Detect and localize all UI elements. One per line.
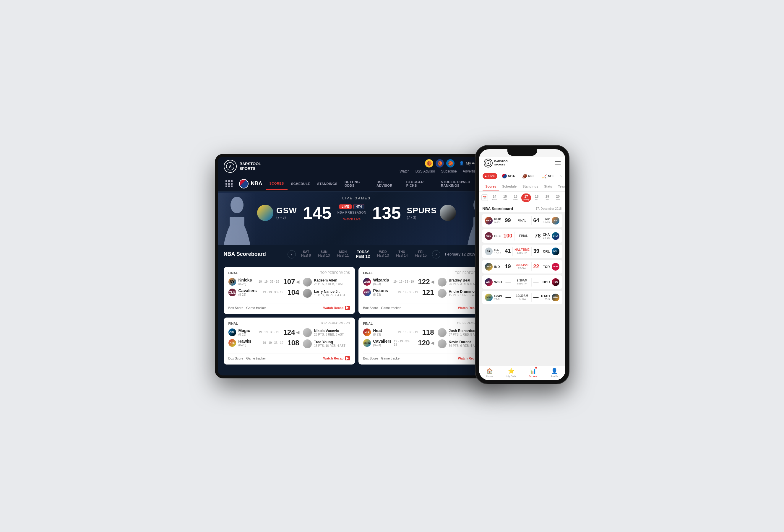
sport-tab-nfl[interactable]: 🏈 NFL	[520, 173, 537, 180]
date-pill-19[interactable]: 19 Sat	[542, 194, 552, 202]
date-pill-14[interactable]: 14 Mon	[490, 194, 500, 202]
subtab-standings[interactable]: Standings	[520, 182, 541, 191]
phone-nav-scores[interactable]: 📊 Scores	[522, 368, 544, 378]
date-pill-15[interactable]: 15 Tue	[500, 194, 510, 202]
team1-stats-2: 19 · 19 · 33 · 19	[258, 330, 279, 334]
player-left-silhouette	[218, 193, 256, 245]
nav-subscribe[interactable]: Subscribe	[441, 169, 456, 173]
phone-calendar-icon[interactable]: 📅	[481, 195, 488, 201]
box-score-link-3[interactable]: Box Score	[363, 357, 378, 360]
ps-status-5: 10:30AM FS-SW	[515, 294, 530, 300]
performer1-avatar-2	[303, 328, 312, 337]
phone-score-row-2[interactable]: SA SA 13-15 41 HALFTIME NBA TV 39 ORL	[482, 244, 562, 258]
cha-team-logo: CHA	[552, 232, 559, 240]
score-card-0: FINAL TOP PERFORMERS NY Knicks (8-23)	[224, 267, 355, 314]
box-score-link-1[interactable]: Box Score	[363, 306, 378, 309]
ps-team2-abbr-0: NY	[541, 217, 550, 221]
nav-bss-advisor[interactable]: BSS Advisor	[416, 169, 435, 173]
phone-score-row-3[interactable]: IND IND 19 2ND 4:20 FS-SW 22 TOR T	[482, 260, 562, 273]
nba-ball-icon	[239, 179, 249, 188]
phone-notch	[507, 149, 537, 156]
ps-score2-4: —	[533, 279, 539, 285]
box-score-link-2[interactable]: Box Score	[228, 357, 244, 360]
sport-tab-live[interactable]: ● LIVE	[482, 173, 497, 179]
phone-nav-profile[interactable]: 👤 Profile	[544, 368, 565, 378]
nav-watch[interactable]: Watch	[399, 169, 410, 173]
team2-stats-0: 19 · 19 · 33 · 19	[263, 291, 283, 294]
ps-team2-rec-0: 14-15	[541, 221, 550, 224]
live-badge: LIVE	[339, 204, 352, 209]
home-abbr: GSW	[276, 206, 297, 215]
team1-score-3: 118	[422, 328, 434, 336]
nav-scores[interactable]: SCORES	[266, 178, 287, 190]
svg-text:A: A	[487, 162, 489, 165]
ps-score1-1: 100	[503, 233, 512, 239]
game-tracker-link-2[interactable]: Game tracker	[246, 357, 266, 360]
card-2-status: FINAL	[228, 322, 238, 325]
ny-team-logo: NY	[552, 217, 559, 225]
date-tab-wed[interactable]: WED FEB 13	[374, 249, 392, 260]
date-tab-thu[interactable]: THU FEB 14	[393, 249, 411, 260]
phone-score-row-4[interactable]: WSH WSH — 9:30AM NBA TV — HOU HOU	[482, 275, 562, 289]
date-tab-sat[interactable]: SAT FEB 9	[298, 249, 314, 260]
watch-live-link[interactable]: Watch Live	[343, 217, 361, 221]
phone-board-date: 17, December 2018	[536, 207, 562, 210]
orl-team-logo: ORL	[552, 247, 559, 255]
nav-schedule[interactable]: SCHEDULE	[287, 178, 314, 190]
nav-betting-odds[interactable]: BETTING ODDS	[341, 176, 373, 191]
date-tab-today[interactable]: TODAY FEB 12	[353, 249, 373, 260]
team2-name-3: Cavaliers	[373, 339, 392, 344]
subtab-scores[interactable]: Scores	[482, 182, 499, 191]
date-pill-16[interactable]: 16 Wed	[511, 194, 521, 202]
watch-recap-2[interactable]: Watch Recap	[323, 356, 350, 360]
date-tab-mon[interactable]: MON FEB 11	[334, 249, 352, 260]
phone-score-row-5[interactable]: GSW GSW 21-9 — 10:30AM FS-SW — UTAH	[482, 291, 562, 304]
subtab-stats[interactable]: Stats	[541, 182, 555, 191]
scores-badge-dot	[535, 366, 537, 369]
date-tab-sun[interactable]: SUN FEB 10	[315, 249, 333, 260]
ps-score1-2: 41	[505, 248, 511, 254]
date-pill-17-today[interactable]: 17 Today	[521, 194, 531, 202]
team2-score-0: 104	[287, 288, 299, 297]
sport-tab-nhl[interactable]: 🏒 NHL	[539, 173, 557, 180]
hou-team-logo: HOU	[552, 278, 559, 286]
hero-game: GSW (7 - 3) 145 LIVE 4TH NBA PRESEASON W…	[227, 203, 487, 223]
game-tracker-link-0[interactable]: Game tracker	[246, 306, 266, 309]
svg-rect-3	[230, 217, 244, 235]
phone-score-row-1[interactable]: CLE CLE 100 FINAL 78 CHA 14-15 CHA	[482, 229, 562, 243]
phone-menu-icon[interactable]	[555, 161, 561, 165]
performer1-name-1: Bradley Beal	[449, 278, 479, 283]
ps-divider-1	[514, 232, 514, 240]
date-pill-20[interactable]: 20 Sun	[553, 194, 563, 202]
hawks-logo: ATL	[228, 339, 236, 347]
ps-divider-3	[513, 262, 513, 271]
team1-rec-2: (8-23)	[239, 333, 256, 336]
date-tabs: SAT FEB 9 SUN FEB 10 MON FEB 11 TODAY	[298, 249, 430, 260]
ps-divider-5b	[531, 293, 532, 302]
phone-score-row-0[interactable]: PHX PHX 9-23 99 FINAL 64 NY 14-15	[482, 214, 562, 228]
game-tracker-link-1[interactable]: Game tracker	[381, 306, 401, 309]
team-icon-1: 🏀	[425, 159, 433, 168]
nav-bss-advisor[interactable]: BSS ADVISOR	[373, 176, 402, 191]
subtab-teams[interactable]: Teams	[555, 182, 565, 191]
nav-standings[interactable]: STANDINGS	[313, 178, 341, 190]
nav-blogger-picks[interactable]: BLOGGER PICKS	[403, 176, 437, 191]
ps-score1-0: 99	[505, 217, 511, 224]
phone-nav-bets[interactable]: ⭐ My Bets	[501, 368, 522, 378]
date-tab-fri[interactable]: FRI FEB 15	[412, 249, 430, 260]
date-pill-18[interactable]: 18 Fri	[532, 194, 542, 202]
prev-date-button[interactable]: ‹	[287, 250, 296, 259]
phone-nav-home[interactable]: 🏠 Home	[479, 368, 501, 378]
subtab-schedule[interactable]: Schedule	[499, 182, 520, 191]
grid-icon[interactable]	[223, 177, 235, 190]
ps-status-1: FINAL	[516, 234, 531, 237]
watch-recap-0[interactable]: Watch Recap	[323, 306, 350, 310]
sport-tab-nba[interactable]: NBA	[500, 173, 517, 180]
box-score-link-0[interactable]: Box Score	[228, 306, 244, 309]
next-date-button[interactable]: ›	[432, 250, 440, 259]
sport-tabs-arrow[interactable]: ›	[560, 174, 562, 178]
logo-area: A BARSTOOL SPORTS	[224, 160, 261, 173]
game-tracker-link-3[interactable]: Game tracker	[381, 357, 401, 360]
performer1-avatar-0	[303, 278, 312, 287]
game-type-label: NBA PRESEASON	[337, 211, 366, 214]
